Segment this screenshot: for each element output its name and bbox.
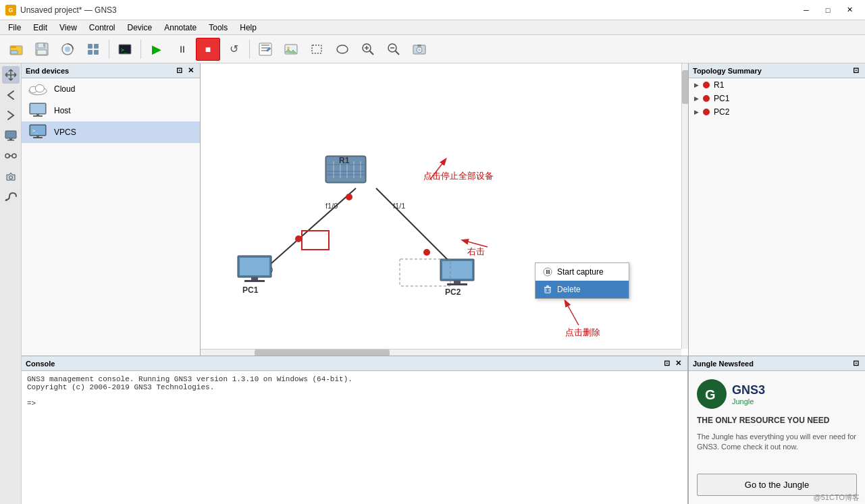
ctx-start-capture[interactable]: Start capture: [535, 263, 629, 281]
minimize-button[interactable]: ─: [796, 3, 816, 17]
svg-text:f1/0: f1/0: [325, 202, 338, 210]
jungle-detach[interactable]: ⊡: [851, 359, 861, 368]
vpcs-label: VPCS: [54, 128, 76, 137]
delete-label: Delete: [557, 285, 581, 294]
horizontal-scrollbar[interactable]: [201, 349, 681, 356]
sidebar-right-arrow-icon[interactable]: [2, 107, 20, 124]
svg-rect-72: [454, 281, 461, 283]
end-devices-detach[interactable]: ⊡: [174, 66, 184, 75]
menu-device[interactable]: Device: [122, 22, 158, 34]
vpcs-icon: >_: [27, 124, 49, 140]
console-detach[interactable]: ⊡: [662, 359, 672, 368]
terminal-button[interactable]: >_: [113, 38, 137, 61]
open-button[interactable]: [4, 38, 28, 61]
svg-rect-71: [442, 261, 472, 279]
start-all-button[interactable]: ▶: [145, 38, 169, 61]
stop-all-button[interactable]: ■: [196, 38, 220, 61]
svg-rect-39: [33, 115, 43, 117]
menu-tools[interactable]: Tools: [203, 22, 233, 34]
pause-button[interactable]: ⏸: [170, 38, 194, 61]
device-vpcs[interactable]: >_ VPCS: [22, 121, 200, 143]
topo-arrow-pc1: ▶: [694, 95, 699, 102]
svg-line-78: [463, 240, 488, 247]
svg-rect-76: [302, 231, 329, 250]
svg-rect-1: [11, 51, 18, 54]
device-host[interactable]: Host: [22, 100, 200, 121]
cloud-label: Cloud: [54, 84, 75, 94]
top-panels: End devices ⊡ ✕ Cloud: [22, 63, 865, 356]
topo-arrow-r1: ▶: [694, 82, 699, 88]
jungle-controls[interactable]: ⊡: [851, 359, 861, 368]
menu-edit[interactable]: Edit: [28, 22, 53, 34]
sidebar-snake-icon[interactable]: [2, 188, 20, 205]
menu-control[interactable]: Control: [84, 22, 121, 34]
preferences-button[interactable]: [81, 38, 105, 61]
svg-point-51: [295, 235, 302, 242]
svg-text:G: G: [705, 387, 716, 402]
context-menu[interactable]: Start capture Delete: [535, 262, 629, 299]
svg-point-18: [337, 45, 348, 53]
sidebar-add-link-icon[interactable]: +: [2, 147, 20, 165]
svg-text:PC1: PC1: [242, 285, 259, 295]
image-button[interactable]: [279, 38, 303, 61]
console-close[interactable]: ✕: [673, 359, 683, 368]
topo-status-r1: [703, 82, 710, 88]
zoom-in-button[interactable]: [356, 38, 380, 61]
console-content[interactable]: GNS3 management console. Running GNS3 ve…: [22, 371, 687, 504]
window-controls[interactable]: ─ □ ✕: [796, 3, 860, 17]
vertical-scrollbar[interactable]: [681, 63, 688, 349]
select-rect-button[interactable]: [305, 38, 329, 61]
ctx-delete[interactable]: Delete: [535, 281, 629, 298]
svg-text:>_: >_: [32, 128, 38, 134]
menu-annotate[interactable]: Annotate: [159, 22, 202, 34]
console-controls[interactable]: ⊡ ✕: [662, 359, 683, 368]
device-cloud[interactable]: Cloud: [22, 78, 200, 100]
topo-status-pc2: [703, 109, 710, 115]
toolbar-sep-1: [109, 40, 109, 59]
menu-view[interactable]: View: [54, 22, 82, 34]
menubar: File Edit View Control Device Annotate T…: [0, 20, 865, 35]
close-button[interactable]: ✕: [839, 3, 860, 17]
sidebar-move-icon[interactable]: [2, 66, 20, 84]
menu-file[interactable]: File: [3, 22, 26, 34]
svg-rect-8: [88, 44, 93, 49]
network-diagram: f1/0 f1/1 e0 e0: [201, 63, 681, 349]
topology-item-r1[interactable]: ▶ R1: [689, 78, 865, 92]
menu-help[interactable]: Help: [234, 22, 262, 34]
snapshot-button[interactable]: [55, 38, 80, 61]
reload-button[interactable]: ↺: [221, 38, 246, 61]
edit-button[interactable]: [253, 38, 278, 61]
svg-rect-37: [30, 104, 45, 113]
maximize-button[interactable]: □: [818, 3, 838, 17]
end-devices-close[interactable]: ✕: [186, 66, 196, 75]
topo-label-r1: R1: [714, 80, 724, 90]
console-header: Console ⊡ ✕: [22, 356, 687, 371]
zoom-out-button[interactable]: [382, 38, 406, 61]
titlebar-left: G Unsaved project* — GNS3: [5, 5, 117, 16]
screenshot-button[interactable]: [407, 38, 431, 61]
toolbar-sep-2: [140, 40, 141, 59]
jungle-brand: GNS3: [732, 383, 765, 397]
sidebar-capture-icon[interactable]: [2, 167, 20, 185]
sidebar-left-arrow-icon[interactable]: [2, 86, 20, 104]
svg-point-52: [423, 249, 430, 256]
svg-rect-27: [7, 140, 14, 141]
svg-rect-82: [548, 270, 550, 274]
jungle-logo-text: GNS3 Jungle: [732, 383, 765, 405]
svg-rect-81: [546, 270, 548, 274]
topology-detach[interactable]: ⊡: [851, 66, 861, 75]
svg-point-53: [346, 194, 352, 200]
canvas-area[interactable]: f1/0 f1/1 e0 e0: [201, 63, 688, 356]
svg-rect-66: [240, 258, 269, 275]
topology-item-pc1[interactable]: ▶ PC1: [689, 92, 865, 105]
topology-controls[interactable]: ⊡: [851, 66, 861, 75]
save-button[interactable]: [30, 38, 54, 61]
console-line-4: =>: [27, 399, 682, 408]
sidebar-monitor-icon[interactable]: [2, 127, 20, 144]
delete-icon: [542, 284, 553, 295]
ellipse-button[interactable]: [330, 38, 355, 61]
svg-rect-38: [36, 114, 39, 115]
end-devices-controls[interactable]: ⊡ ✕: [174, 66, 196, 75]
topology-item-pc2[interactable]: ▶ PC2: [689, 105, 865, 119]
end-devices-panel: End devices ⊡ ✕ Cloud: [22, 63, 201, 356]
